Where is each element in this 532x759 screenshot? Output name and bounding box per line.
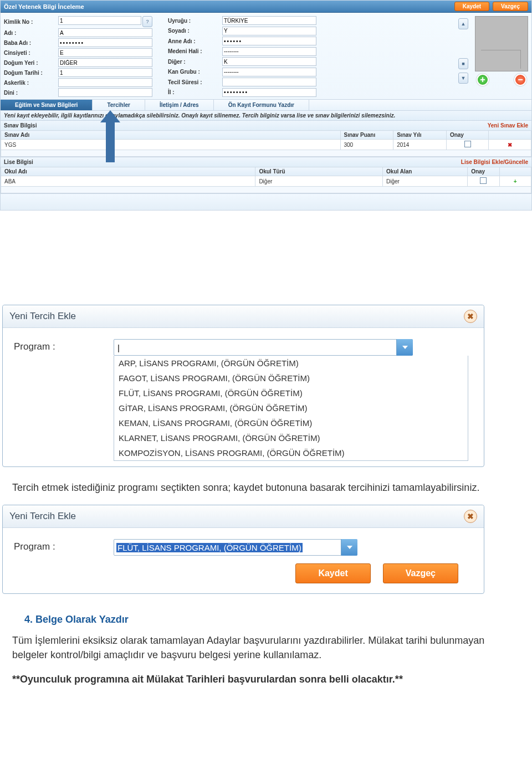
sinav-row-puan: 300 [340, 140, 393, 150]
cinsiyeti-label: Cinsiyeti : [4, 50, 55, 56]
scroll-mid-icon[interactable]: ■ [458, 58, 468, 69]
instruction-paragraph-3: **Oyunculuk programına ait Mülakat Tarih… [12, 672, 520, 686]
lise-col-tur: Okul Türü [255, 167, 383, 176]
dogum-tarihi-label: Doğum Tarihi : [4, 70, 55, 76]
lise-section-head: Lise Bilgisi Lise Bilgisi Ekle/Güncelle [1, 157, 531, 167]
dogum-yeri-input[interactable] [58, 58, 152, 67]
dini-label: Dini : [4, 90, 55, 96]
dogum-tarihi-input[interactable] [58, 68, 152, 77]
info-strip: Yeni kayıt ekleyebilir, ilgili kayıtları… [1, 110, 531, 120]
dialog2-close-button[interactable]: ✖ [464, 510, 477, 523]
panel-title-bar: Özel Yetenek Bilgi İnceleme Kaydet Vazge… [1, 1, 531, 13]
tab-tercihler[interactable]: Tercihler [93, 100, 145, 110]
askerlik-input[interactable] [58, 78, 152, 87]
dialog-title: Yeni Tercih Ekle [9, 311, 76, 322]
medeni-hali-input[interactable] [222, 47, 316, 56]
cancel-button[interactable]: Vazgeç [493, 2, 528, 11]
combobox2-toggle-button[interactable] [341, 539, 357, 556]
program-option[interactable]: FAGOT, LİSANS PROGRAMI, (ÖRGÜN ÖĞRETİM) [114, 371, 468, 386]
tecil-suresi-label: Tecil Süresi : [168, 79, 219, 85]
add-photo-button[interactable]: + [477, 74, 489, 86]
identity-right-column: Uyruğu : Soyadı : Anne Adı : Medeni Hali… [168, 16, 316, 97]
anne-adi-label: Anne Adı : [168, 38, 219, 44]
special-talent-panel: Özel Yetenek Bilgi İnceleme Kaydet Vazge… [0, 0, 532, 211]
lise-row-tur: Diğer [255, 176, 383, 187]
lise-col-alan: Okul Alan [383, 167, 468, 176]
askerlik-label: Askerlik : [4, 80, 55, 86]
tabs-row: Eğitim ve Sınav Bilgileri Tercihler İlet… [1, 99, 531, 110]
program2-combobox-display[interactable]: FLÜT, LİSANS PROGRAMI, (ÖRGÜN ÖĞRETİM) [114, 539, 357, 556]
dialog-cancel-button[interactable]: Vazgeç [383, 563, 458, 583]
program-option[interactable]: FLÜT, LİSANS PROGRAMI, (ÖRGÜN ÖĞRETİM) [114, 386, 468, 401]
lise-col-okul: Okul Adı [1, 167, 255, 176]
dogum-yeri-label: Doğum Yeri : [4, 60, 55, 66]
program-option[interactable]: KEMAN, LİSANS PROGRAMI, (ÖRGÜN ÖĞRETİM) [114, 416, 468, 430]
lise-row[interactable]: ABA Diğer Diğer + [1, 176, 531, 187]
adi-label: Adı : [4, 30, 55, 36]
program-option[interactable]: ARP, LİSANS PROGRAMI, (ÖRGÜN ÖĞRETİM) [114, 356, 468, 371]
sinav-table: Sınav Adı Sınav Puanı Sınav Yılı Onay YG… [1, 130, 531, 157]
sinav-col-ad: Sınav Adı [1, 131, 341, 140]
il-label: İl : [168, 89, 219, 95]
program2-label: Program : [14, 539, 103, 552]
tab-iletisim-adres[interactable]: İletişim / Adres [145, 100, 214, 110]
adi-input[interactable] [58, 28, 152, 37]
add-lise-link[interactable]: Lise Bilgisi Ekle/Güncelle [461, 159, 528, 165]
kimlik-no-input[interactable] [58, 16, 141, 25]
save-button[interactable]: Kaydet [454, 2, 489, 11]
panel-title: Özel Yetenek Bilgi İnceleme [4, 3, 84, 10]
dialog2-title: Yeni Tercih Ekle [9, 511, 76, 522]
sinav-row[interactable]: YGS 300 2014 ✖ [1, 140, 531, 150]
baba-adi-input[interactable] [58, 38, 152, 47]
add-sinav-link[interactable]: Yeni Sınav Ekle [488, 122, 528, 129]
program-option[interactable]: KOMPOZİSYON, LİSANS PROGRAMI, (ÖRGÜN ÖĞR… [114, 445, 468, 460]
lise-row-onay-checkbox[interactable] [480, 177, 487, 184]
kimlik-no-label: Kimlik No : [4, 19, 55, 25]
program-option[interactable]: GİTAR, LİSANS PROGRAMI, (ÖRGÜN ÖĞRETİM) [114, 401, 468, 416]
scroll-up-icon[interactable]: ▲ [458, 18, 468, 29]
selected-program-value: FLÜT, LİSANS PROGRAMI, (ÖRGÜN ÖĞRETİM) [116, 543, 303, 552]
tab-egitim-sinav[interactable]: Eğitim ve Sınav Bilgileri [1, 100, 93, 110]
anne-adi-input[interactable] [222, 37, 316, 45]
instruction-paragraph-2: Tüm İşlemlerini eksiksiz olarak tamamlay… [12, 633, 520, 662]
lise-row-alan: Diğer [383, 176, 468, 187]
kan-grubu-label: Kan Grubu : [168, 69, 219, 75]
kan-grubu-input[interactable] [222, 68, 316, 76]
dialog-close-button[interactable]: ✖ [464, 310, 477, 323]
lise-col-onay: Onay [468, 167, 499, 176]
scroll-down-icon[interactable]: ▼ [458, 73, 468, 84]
diger-label: Diğer : [168, 59, 219, 65]
remove-photo-button[interactable]: − [514, 74, 526, 86]
kimlik-help-icon[interactable]: ? [142, 16, 152, 27]
identity-form: Kimlik No : ? Adı : Baba Adı : Cinsiyeti… [1, 13, 531, 99]
sinav-row-onay-checkbox[interactable] [464, 141, 471, 147]
tecil-suresi-input[interactable] [222, 78, 316, 86]
program-combobox-input[interactable] [114, 339, 413, 356]
program-option[interactable]: KLARNET, LİSANS PROGRAMI, (ÖRGÜN ÖĞRETİM… [114, 430, 468, 445]
yeni-tercih-dialog-selected: Yeni Tercih Ekle ✖ Program : FLÜT, LİSAN… [2, 505, 484, 594]
uyrugu-input[interactable] [222, 16, 316, 25]
instruction-paragraph-1: Tercih etmek istediğiniz programı seçtik… [12, 480, 520, 495]
il-input[interactable] [222, 88, 316, 97]
sinav-title: Sınav Bilgisi [4, 122, 37, 129]
yeni-tercih-dialog-open: Yeni Tercih Ekle ✖ Program : ARP, LİSANS… [2, 305, 484, 467]
combobox-toggle-button[interactable] [396, 339, 413, 356]
lise-title: Lise Bilgisi [4, 159, 33, 165]
sinav-row-yil: 2014 [393, 140, 447, 150]
sinav-row-delete-icon[interactable]: ✖ [508, 142, 512, 148]
dini-input[interactable] [58, 88, 152, 97]
uyrugu-label: Uyruğu : [168, 18, 219, 24]
soyadi-input[interactable] [222, 27, 316, 35]
sinav-col-yil: Sınav Yılı [393, 131, 447, 140]
program-label: Program : [14, 339, 103, 352]
lise-table: Okul Adı Okul Türü Okul Alan Onay ABA Di… [1, 167, 531, 193]
soyadi-label: Soyadı : [168, 28, 219, 34]
caret-down-icon [347, 546, 352, 549]
baba-adi-label: Baba Adı : [4, 40, 55, 46]
program-dropdown-list[interactable]: ARP, LİSANS PROGRAMI, (ÖRGÜN ÖĞRETİM)FAG… [114, 356, 468, 461]
tab-on-kayit-yazdir[interactable]: Ön Kayıt Formunu Yazdır [214, 100, 309, 110]
diger-input[interactable] [222, 57, 316, 66]
dialog-save-button[interactable]: Kaydet [295, 563, 370, 583]
lise-row-add-icon[interactable]: + [514, 178, 517, 184]
cinsiyeti-input[interactable] [58, 48, 152, 57]
